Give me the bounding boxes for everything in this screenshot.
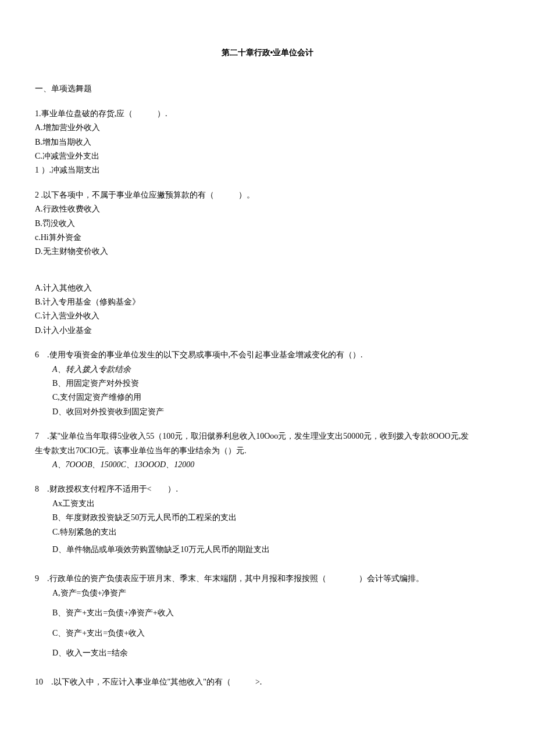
question-1-text: 1.事业单位盘破的存货,应（ ）. (35, 108, 500, 120)
option-6d: D、收回对外投资收到固定资产 (35, 406, 500, 418)
option-2d: D.无主财物变价收入 (35, 245, 500, 258)
question-7-options: A、7OOOB、15000C、13OOOD、12000 (35, 458, 500, 471)
option-2c: c.Hi算外资金 (35, 231, 500, 244)
option-9c: C、资产+支出=负债+收入 (35, 627, 500, 640)
option-6c: C,支付固定资产维修的用 (35, 391, 500, 404)
option-6a-text: A、转入拨入专款结余 (52, 365, 131, 374)
option-orphan-d: D.计入小业基金 (35, 324, 500, 337)
option-1d: 1 ）.冲减当期支出 (35, 164, 500, 177)
option-6b: B、用固定资产对外投资 (35, 377, 500, 390)
option-9b: B、资产+支出=负债+净资产+收入 (35, 607, 500, 619)
question-2-options: A.行政性收费收入 B.罚没收入 c.Hi算外资金 D.无主财物变价收入 (35, 203, 500, 259)
question-1: 1.事业单位盘破的存货,应（ ）. A.增加营业外收入 B.增加当期收入 C.冲… (35, 108, 500, 177)
question-1-options: A.增加营业外收入 B.增加当期收入 C.冲减营业外支出 1 ）.冲减当期支出 (35, 121, 500, 177)
question-8-options: Ax工资支出 B、年度财政投资缺乏50万元人民币的工程采的支出 C.特别紧急的支… (35, 497, 500, 557)
option-1c: C.冲减营业外支出 (35, 150, 500, 163)
question-7-text-1: 7 .某"业单位当年取得5业收入55（100元，取汨僦券利息收入10Ooo元，发… (35, 430, 500, 443)
question-9-text: 9 .行政单位的资产负债表应于班月末、季末、年末端阴，其中月报和李报按照（ ）会… (35, 572, 500, 585)
question-orphan-options: A.计入其他收入 B.计入专用基金（修购基金》 C.计入营业外收入 D.计入小业… (35, 282, 500, 338)
option-8c: C.特别紧急的支出 (35, 526, 500, 539)
question-2-text: 2 .以下各项中，不属于事业单位应撇预算款的有（ ）。 (35, 189, 500, 202)
question-7-text-2: 生专款支出70CIO元。该事业单位当年的事业结余为（）元. (35, 445, 500, 457)
question-6-text: 6 .使用专项资金的事业单位发生的以下交易或事项中,不会引起事业基金增减变化的有… (35, 349, 500, 361)
question-7: 7 .某"业单位当年取得5业收入55（100元，取汨僦券利息收入10Ooo元，发… (35, 430, 500, 471)
question-8-text: 8 .财政授权支付程序不适用于< ）. (35, 483, 500, 496)
option-orphan-a: A.计入其他收入 (35, 282, 500, 295)
question-orphan: A.计入其他收入 B.计入专用基金（修购基金》 C.计入营业外收入 D.计入小业… (35, 282, 500, 338)
option-8a: Ax工资支出 (35, 497, 500, 510)
question-10: 10 .以下收入中，不应计入事业单位"其他收入"的有（ >. (35, 676, 500, 689)
option-9a: A,资产=负债+净资产 (35, 587, 500, 600)
option-6a: A、转入拨入专款结余 (35, 363, 500, 376)
option-orphan-b: B.计入专用基金（修购基金》 (35, 296, 500, 309)
question-6: 6 .使用专项资金的事业单位发生的以下交易或事项中,不会引起事业基金增减变化的有… (35, 349, 500, 418)
chapter-title: 第二十章行政•业单位会计 (35, 46, 500, 59)
question-10-text: 10 .以下收入中，不应计入事业单位"其他收入"的有（ >. (35, 676, 500, 689)
option-8b: B、年度财政投资缺乏50万元人民币的工程采的支出 (35, 511, 500, 524)
question-6-options: A、转入拨入专款结余 B、用固定资产对外投资 C,支付固定资产维修的用 D、收回… (35, 363, 500, 419)
option-1a: A.增加营业外收入 (35, 121, 500, 134)
option-orphan-c: C.计入营业外收入 (35, 310, 500, 323)
question-9: 9 .行政单位的资产负债表应于班月末、季末、年末端阴，其中月报和李报按照（ ）会… (35, 572, 500, 660)
option-8d: D、单件物品或单项效劳购置物缺乏10万元人民币的期趾支出 (35, 543, 500, 556)
question-9-options: A,资产=负债+净资产 B、资产+支出=负债+净资产+收入 C、资产+支出=负债… (35, 587, 500, 660)
option-9d: D、收入一支出=结余 (35, 647, 500, 660)
option-1b: B.增加当期收入 (35, 136, 500, 149)
section-header: 一、单项选舞题 (35, 83, 500, 95)
option-2a: A.行政性收费收入 (35, 203, 500, 216)
question-2: 2 .以下各项中，不属于事业单位应撇预算款的有（ ）。 A.行政性收费收入 B.… (35, 189, 500, 259)
question-8: 8 .财政授权支付程序不适用于< ）. Ax工资支出 B、年度财政投资缺乏50万… (35, 483, 500, 556)
option-7-inline: A、7OOOB、15000C、13OOOD、12000 (52, 460, 194, 469)
option-2b: B.罚没收入 (35, 217, 500, 230)
